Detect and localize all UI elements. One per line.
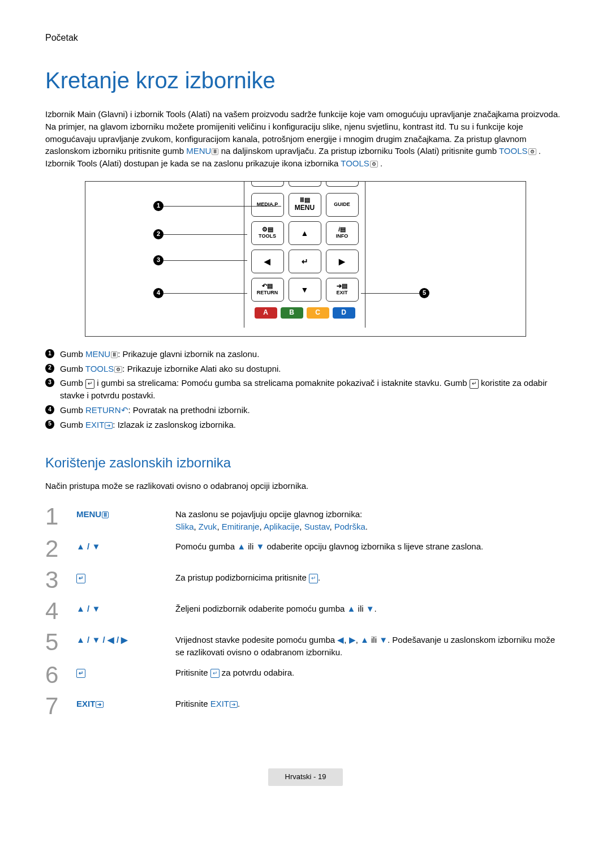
tools-icon: ⚙	[528, 148, 536, 155]
color-c-button: C	[307, 307, 329, 319]
mediap-button: MEDIA.P	[251, 193, 284, 217]
menu-icon: Ⅲ	[102, 512, 109, 518]
up-arrow-icon	[76, 542, 85, 551]
tools-icon: ⚙	[370, 161, 378, 167]
enter-icon: ↵	[85, 379, 94, 389]
left-arrow-icon	[107, 635, 114, 644]
down-arrow-icon	[92, 542, 100, 551]
callout-1: 1	[153, 201, 163, 211]
up-button: ▲	[289, 221, 321, 245]
remote-body: MEDIA.P Ⅲ▤MENU GUIDE ⚙▤TOOLS ▲ i▤INFO ◀ …	[244, 182, 365, 328]
tools-button: ⚙▤TOOLS	[251, 221, 284, 245]
page-footer: Hrvatski - 19	[45, 768, 566, 786]
down-button: ▼	[289, 278, 321, 302]
menu-icon: Ⅲ	[111, 351, 118, 358]
legend-item-5: 5 Gumb EXIT➔: Izlazak iz zaslonskog izbo…	[45, 419, 566, 431]
info-button: i▤INFO	[326, 221, 359, 245]
subheading: Korištenje zaslonskih izbornika	[45, 453, 566, 473]
enter-icon: ↵	[76, 574, 85, 583]
up-arrow-icon	[76, 604, 85, 613]
return-button: ↶▤RETURN	[251, 278, 284, 302]
enter-icon: ↵	[210, 669, 220, 678]
enter-icon: ↵	[470, 379, 479, 389]
menu-icon: Ⅲ	[212, 148, 218, 155]
right-button: ▶	[326, 250, 359, 273]
exit-icon: ➔	[105, 422, 113, 429]
enter-icon: ↵	[76, 669, 85, 678]
legend-item-2: 2 Gumb TOOLS⚙: Prikazuje izbornike Alati…	[45, 363, 566, 375]
legend-item-4: 4 Gumb RETURN↶: Povratak na prethodni iz…	[45, 404, 566, 416]
down-arrow-icon	[92, 604, 100, 613]
right-arrow-icon	[121, 635, 128, 644]
step-row-4: 4 / Željeni podizbornik odaberite pomoću…	[45, 597, 566, 628]
callout-2: 2	[153, 229, 163, 239]
step-row-7: 7 EXIT➔ Pritisnite EXIT➔.	[45, 692, 566, 723]
callout-4: 4	[153, 288, 163, 298]
color-a-button: A	[255, 307, 277, 319]
menu-button: Ⅲ▤MENU	[289, 193, 321, 217]
breadcrumb: Početak	[45, 31, 566, 44]
steps-table: 1 MENUⅢ Na zaslonu se pojavljuju opcije …	[45, 502, 566, 723]
tools-keyword-2: TOOLS	[341, 158, 369, 168]
color-d-button: D	[333, 307, 355, 319]
step-row-5: 5 / / / Vrijednost stavke podesite pomoć…	[45, 628, 566, 661]
callout-3: 3	[153, 255, 163, 265]
step-row-3: 3 ↵ Za pristup podizbornicima pritisnite…	[45, 566, 566, 597]
intro-text-4: .	[380, 158, 382, 168]
menu-keyword: MENU	[186, 146, 211, 156]
callout-5: 5	[419, 288, 429, 298]
legend-list: 1 Gumb MENUⅢ: Prikazuje glavni izbornik …	[45, 348, 566, 431]
intro-paragraph: Izbornik Main (Glavni) i izbornik Tools …	[45, 108, 566, 170]
page-number: Hrvatski - 19	[268, 768, 343, 786]
exit-button: ➔▤EXIT	[326, 278, 359, 302]
step-row-6: 6 ↵ Pritisnite ↵ za potvrdu odabira.	[45, 661, 566, 692]
step-row-2: 2 / Pomoću gumba ili odaberite opciju gl…	[45, 535, 566, 566]
intro-text-2: na daljinskom upravljaču. Za pristup izb…	[221, 146, 499, 156]
legend-item-1: 1 Gumb MENUⅢ: Prikazuje glavni izbornik …	[45, 348, 566, 360]
guide-button: GUIDE	[326, 193, 359, 217]
legend-item-3: 3 Gumb ↵ i gumbi sa strelicama: Pomoću g…	[45, 377, 566, 402]
step-row-1: 1 MENUⅢ Na zaslonu se pojavljuju opcije …	[45, 502, 566, 535]
enter-icon: ↵	[309, 574, 318, 583]
tools-icon: ⚙	[114, 366, 122, 373]
color-b-button: B	[281, 307, 303, 319]
page-title: Kretanje kroz izbornike	[45, 64, 566, 97]
tools-keyword: TOOLS	[499, 146, 528, 156]
exit-icon: ➔	[230, 701, 238, 708]
enter-button: ↵	[289, 250, 321, 273]
remote-diagram: 1 2 3 4 5 MEDIA.P Ⅲ▤MENU GUIDE ⚙▤TOOLS ▲…	[85, 181, 526, 337]
left-button: ◀	[251, 250, 284, 273]
sub-intro: Način pristupa može se razlikovati ovisn…	[45, 480, 566, 492]
exit-icon: ➔	[96, 701, 104, 708]
